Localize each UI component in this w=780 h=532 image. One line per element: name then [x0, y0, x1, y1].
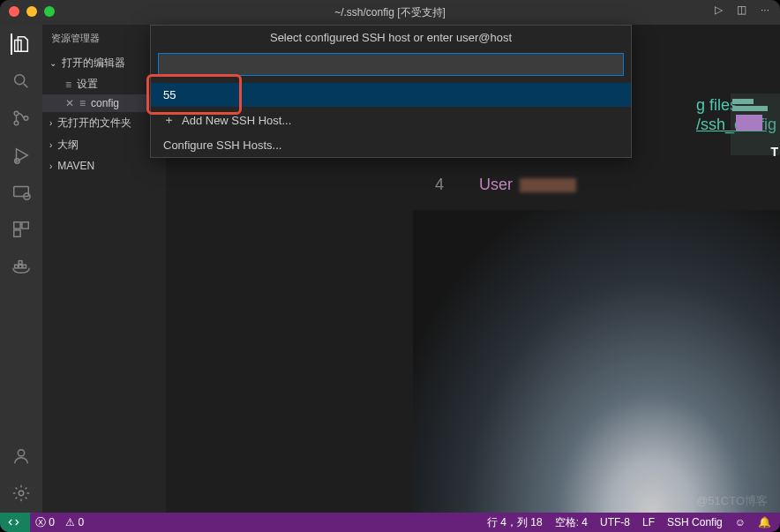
section-label: 无打开的文件夹: [57, 116, 131, 131]
maven-section[interactable]: › MAVEN: [42, 156, 166, 176]
vscode-window: ~/.ssh/config [不受支持] ▷ ◫ ···: [0, 0, 780, 532]
docker-icon[interactable]: [11, 256, 32, 277]
zoom-window-button[interactable]: [44, 6, 55, 17]
section-label: 打开的编辑器: [62, 56, 125, 71]
chevron-right-icon: ›: [49, 140, 52, 150]
quick-pick-prompt: Select configured SSH host or enter user…: [151, 26, 631, 49]
svg-rect-13: [19, 261, 22, 265]
section-label: MAVEN: [57, 160, 94, 172]
feedback-icon[interactable]: ☺: [735, 516, 746, 528]
svg-point-2: [14, 121, 19, 125]
no-folder-section[interactable]: › 无打开的文件夹: [42, 112, 166, 134]
settings-item-icon: ≡: [65, 79, 71, 91]
plus-icon: ＋: [163, 112, 175, 128]
eol[interactable]: LF: [642, 516, 655, 528]
quick-pick-input[interactable]: [158, 53, 624, 76]
item-label: Configure SSH Hosts...: [163, 139, 281, 152]
section-label: 大纲: [57, 138, 79, 153]
item-label: 设置: [77, 77, 98, 92]
svg-rect-10: [15, 265, 19, 268]
minimize-window-button[interactable]: [26, 6, 37, 17]
keyword: User: [479, 176, 513, 193]
svg-point-1: [14, 111, 19, 116]
chevron-down-icon: ⌄: [49, 58, 56, 68]
line-number: 4: [435, 176, 444, 193]
language-mode[interactable]: SSH Config: [667, 516, 723, 528]
watermark: @51CTO博客: [696, 493, 768, 509]
item-label: 55: [163, 88, 176, 101]
indentation[interactable]: 空格: 4: [555, 515, 588, 530]
source-control-icon[interactable]: [11, 108, 32, 129]
window-controls: [9, 6, 55, 17]
item-label: config: [91, 97, 119, 109]
remote-explorer-icon[interactable]: [11, 182, 32, 203]
svg-rect-5: [14, 187, 29, 197]
remote-indicator[interactable]: [0, 513, 30, 532]
explorer-title: 资源管理器: [42, 25, 166, 52]
svg-point-0: [15, 75, 25, 85]
warnings-indicator[interactable]: ⚠ 0: [65, 516, 84, 528]
settings-gear-icon[interactable]: [11, 483, 32, 504]
split-editor-icon[interactable]: ◫: [737, 4, 746, 16]
search-icon[interactable]: [11, 71, 32, 92]
editor-toolbar: ▷ ◫ ···: [715, 4, 769, 16]
chevron-right-icon: ›: [49, 118, 52, 128]
quick-pick: Select configured SSH host or enter user…: [150, 25, 632, 158]
window-title: ~/.ssh/config [不受支持]: [334, 5, 446, 20]
background-image: [413, 210, 780, 513]
activity-bar: [0, 25, 42, 513]
extensions-icon[interactable]: [11, 219, 32, 240]
accounts-icon[interactable]: [11, 446, 32, 467]
code-line: 4User: [435, 175, 576, 194]
encoding[interactable]: UTF-8: [600, 516, 630, 528]
run-debug-icon[interactable]: [11, 145, 32, 166]
svg-rect-11: [19, 265, 22, 268]
open-editor-settings[interactable]: ≡ 设置: [42, 74, 166, 94]
file-icon: ≡: [79, 97, 86, 109]
svg-point-15: [19, 491, 24, 496]
explorer-sidebar: 资源管理器 ⌄ 打开的编辑器 ≡ 设置 ✕ ≡ config › 无打开的文件夹…: [42, 25, 166, 513]
title-bar: ~/.ssh/config [不受支持] ▷ ◫ ···: [0, 0, 780, 25]
notifications-icon[interactable]: 🔔: [758, 516, 771, 528]
svg-rect-9: [14, 230, 20, 236]
more-icon[interactable]: ···: [761, 4, 769, 16]
cursor-position[interactable]: 行 4，列 18: [487, 515, 543, 530]
svg-rect-7: [14, 222, 20, 229]
svg-rect-8: [22, 222, 28, 229]
close-window-button[interactable]: [9, 6, 19, 17]
quick-pick-item-add-host[interactable]: ＋ Add New SSH Host...: [151, 107, 631, 133]
redacted-value: [520, 178, 576, 192]
close-icon[interactable]: ✕: [65, 97, 74, 109]
run-icon[interactable]: ▷: [715, 4, 723, 16]
quick-pick-item-selected[interactable]: 55: [151, 83, 631, 107]
open-editors-section[interactable]: ⌄ 打开的编辑器: [42, 52, 166, 74]
status-bar: ⓧ 0 ⚠ 0 行 4，列 18 空格: 4 UTF-8 LF SSH Conf…: [0, 513, 780, 532]
svg-rect-12: [23, 265, 26, 268]
svg-point-14: [18, 450, 24, 456]
explorer-icon[interactable]: [11, 34, 32, 55]
chevron-right-icon: ›: [49, 161, 52, 171]
open-editor-config[interactable]: ✕ ≡ config: [42, 94, 166, 112]
errors-indicator[interactable]: ⓧ 0: [35, 515, 55, 530]
code-preview: g files: /ssh_config: [696, 95, 776, 134]
quick-pick-item-configure[interactable]: Configure SSH Hosts...: [151, 133, 631, 157]
item-label: Add New SSH Host...: [182, 114, 291, 127]
outline-section[interactable]: › 大纲: [42, 134, 166, 156]
svg-point-3: [24, 116, 28, 121]
